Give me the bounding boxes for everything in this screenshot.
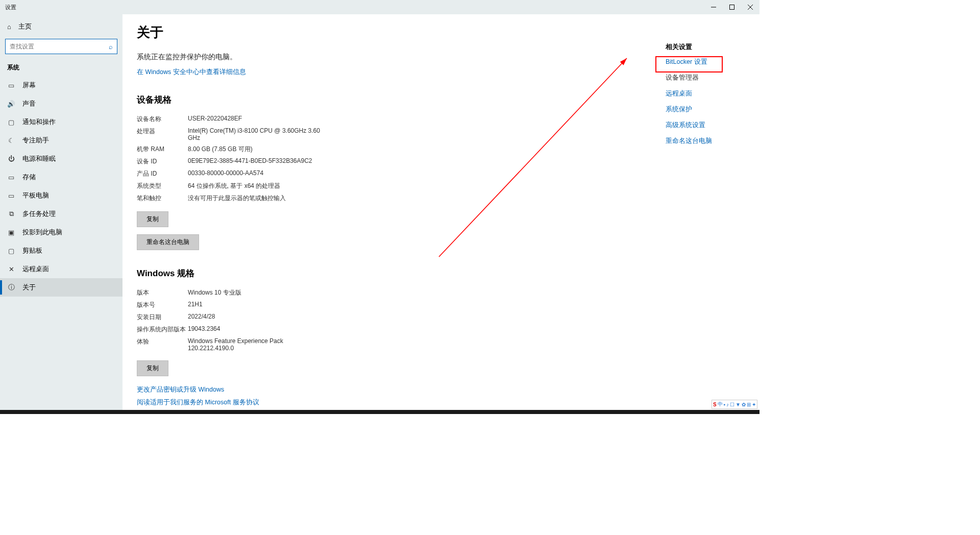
spec-key: 系统类型 bbox=[137, 182, 188, 190]
related-link-3[interactable]: 系统保护 bbox=[666, 105, 747, 114]
sidebar-item-6[interactable]: ▭平板电脑 bbox=[0, 186, 122, 205]
taskbar[interactable] bbox=[0, 410, 760, 414]
page-title: 关于 bbox=[137, 23, 745, 41]
rename-pc-button[interactable]: 重命名这台电脑 bbox=[137, 234, 199, 250]
spec-row: 系统类型64 位操作系统, 基于 x64 的处理器 bbox=[137, 180, 745, 192]
spec-value: Intel(R) Core(TM) i3-8100 CPU @ 3.60GHz … bbox=[188, 127, 326, 141]
sidebar-item-icon: ⓘ bbox=[7, 283, 15, 292]
search-icon: ⌕ bbox=[109, 43, 113, 51]
spec-value: 19043.2364 bbox=[188, 325, 220, 334]
spec-key: 版本 bbox=[137, 288, 188, 297]
sidebar-item-icon: ▣ bbox=[7, 229, 15, 236]
sidebar: ⌂ 主页 ⌕ 系统 ▭屏幕🔊声音▢通知和操作☾专注助手⏻电源和睡眠▭存储▭平板电… bbox=[0, 14, 122, 414]
sidebar-item-label: 电源和睡眠 bbox=[22, 155, 56, 163]
related-link-4[interactable]: 高级系统设置 bbox=[666, 121, 747, 130]
search-input[interactable] bbox=[10, 43, 109, 50]
spec-row: 笔和触控没有可用于此显示器的笔或触控输入 bbox=[137, 192, 745, 204]
ime-icon: ☐ bbox=[730, 402, 734, 407]
ime-brand-icon: S bbox=[713, 402, 717, 407]
bottom-link[interactable]: 更改产品密钥或升级 Windows bbox=[137, 385, 745, 394]
sidebar-item-icon: ▢ bbox=[7, 247, 15, 255]
spec-value: 00330-80000-00000-AA574 bbox=[188, 169, 263, 178]
sidebar-item-0[interactable]: ▭屏幕 bbox=[0, 76, 122, 94]
spec-value: 8.00 GB (7.85 GB 可用) bbox=[188, 145, 253, 154]
sidebar-item-label: 屏幕 bbox=[22, 81, 36, 90]
spec-row: 操作系统内部版本19043.2364 bbox=[137, 323, 745, 335]
sidebar-item-3[interactable]: ☾专注助手 bbox=[0, 131, 122, 150]
spec-row: 版本号21H1 bbox=[137, 299, 745, 311]
spec-key: 机带 RAM bbox=[137, 145, 188, 154]
sidebar-item-10[interactable]: ✕远程桌面 bbox=[0, 260, 122, 278]
sidebar-item-label: 关于 bbox=[22, 283, 36, 292]
sidebar-item-4[interactable]: ⏻电源和睡眠 bbox=[0, 150, 122, 168]
ime-icon: ▼ bbox=[736, 402, 741, 407]
sidebar-item-label: 专注助手 bbox=[22, 136, 49, 145]
home-icon: ⌂ bbox=[7, 23, 11, 31]
sidebar-item-11[interactable]: ⓘ关于 bbox=[0, 278, 122, 297]
related-settings-heading: 相关设置 bbox=[666, 43, 747, 52]
spec-key: 版本号 bbox=[137, 301, 188, 309]
close-button[interactable] bbox=[741, 0, 760, 14]
spec-row: 产品 ID00330-80000-00000-AA574 bbox=[137, 167, 745, 180]
windows-spec-heading: Windows 规格 bbox=[137, 268, 745, 279]
spec-row: 机带 RAM8.00 GB (7.85 GB 可用) bbox=[137, 143, 745, 155]
sidebar-item-label: 远程桌面 bbox=[22, 265, 49, 274]
titlebar: 设置 bbox=[0, 0, 760, 14]
related-link-0[interactable]: BitLocker 设置 bbox=[666, 58, 747, 66]
sidebar-item-icon: ⏻ bbox=[7, 155, 15, 162]
spec-key: 设备名称 bbox=[137, 115, 188, 124]
sidebar-item-icon: 🔊 bbox=[7, 100, 15, 108]
spec-value: 21H1 bbox=[188, 301, 203, 309]
ime-indicator[interactable]: S 中 ▪ ♪ ☐ ▼ ✿ ⊞ ✦ bbox=[712, 400, 757, 409]
sidebar-item-1[interactable]: 🔊声音 bbox=[0, 94, 122, 113]
sidebar-item-5[interactable]: ▭存储 bbox=[0, 168, 122, 186]
spec-value: 2022/4/28 bbox=[188, 313, 215, 322]
sidebar-item-icon: ▭ bbox=[7, 82, 15, 89]
copy-device-spec-button[interactable]: 复制 bbox=[137, 211, 168, 227]
sidebar-item-9[interactable]: ▢剪贴板 bbox=[0, 241, 122, 260]
ime-icon: ✿ bbox=[742, 402, 746, 407]
security-center-link[interactable]: 在 Windows 安全中心中查看详细信息 bbox=[137, 68, 246, 77]
search-input-wrap[interactable]: ⌕ bbox=[5, 39, 117, 54]
related-settings-rail: 相关设置 BitLocker 设置设备管理器远程桌面系统保护高级系统设置重命名这… bbox=[666, 43, 747, 153]
main-content: 关于 系统正在监控并保护你的电脑。 在 Windows 安全中心中查看详细信息 … bbox=[122, 14, 760, 414]
sidebar-item-8[interactable]: ▣投影到此电脑 bbox=[0, 223, 122, 241]
spec-key: 产品 ID bbox=[137, 169, 188, 178]
spec-value: Windows 10 专业版 bbox=[188, 288, 241, 297]
spec-value: 没有可用于此显示器的笔或触控输入 bbox=[188, 194, 286, 203]
sidebar-item-label: 剪贴板 bbox=[22, 247, 42, 255]
spec-key: 安装日期 bbox=[137, 313, 188, 322]
spec-key: 设备 ID bbox=[137, 157, 188, 166]
spec-value: 64 位操作系统, 基于 x64 的处理器 bbox=[188, 182, 280, 190]
related-link-2[interactable]: 远程桌面 bbox=[666, 89, 747, 98]
sidebar-item-2[interactable]: ▢通知和操作 bbox=[0, 113, 122, 131]
sidebar-item-icon: ▢ bbox=[7, 118, 15, 126]
sidebar-item-icon: ⧉ bbox=[7, 210, 15, 218]
spec-value: USER-20220428EF bbox=[188, 115, 242, 124]
sidebar-item-label: 平板电脑 bbox=[22, 191, 49, 200]
sidebar-item-icon: ▭ bbox=[7, 174, 15, 181]
spec-key: 体验 bbox=[137, 337, 188, 352]
sidebar-item-label: 通知和操作 bbox=[22, 118, 56, 127]
related-link-1[interactable]: 设备管理器 bbox=[666, 74, 747, 82]
maximize-button[interactable] bbox=[723, 0, 741, 14]
spec-key: 操作系统内部版本 bbox=[137, 325, 188, 334]
sidebar-item-icon: ☾ bbox=[7, 137, 15, 144]
spec-row: 设备 ID0E9E79E2-3885-4471-B0ED-5F332B36A9C… bbox=[137, 155, 745, 167]
ime-lang: 中 bbox=[718, 401, 723, 408]
sidebar-item-label: 存储 bbox=[22, 173, 36, 182]
spec-key: 处理器 bbox=[137, 127, 188, 141]
svg-rect-1 bbox=[730, 5, 734, 10]
sidebar-item-7[interactable]: ⧉多任务处理 bbox=[0, 205, 122, 223]
ime-icon: ♪ bbox=[726, 402, 729, 407]
bottom-link[interactable]: 阅读适用于我们服务的 Microsoft 服务协议 bbox=[137, 398, 745, 407]
sidebar-home[interactable]: ⌂ 主页 bbox=[0, 17, 122, 36]
minimize-button[interactable] bbox=[704, 0, 723, 14]
ime-icon: ✦ bbox=[752, 402, 756, 407]
copy-windows-spec-button[interactable]: 复制 bbox=[137, 360, 168, 376]
spec-row: 设备名称USER-20220428EF bbox=[137, 113, 745, 125]
spec-key: 笔和触控 bbox=[137, 194, 188, 203]
related-link-5[interactable]: 重命名这台电脑 bbox=[666, 137, 747, 145]
ime-icon: ▪ bbox=[724, 402, 726, 407]
sidebar-section-label: 系统 bbox=[0, 57, 122, 76]
